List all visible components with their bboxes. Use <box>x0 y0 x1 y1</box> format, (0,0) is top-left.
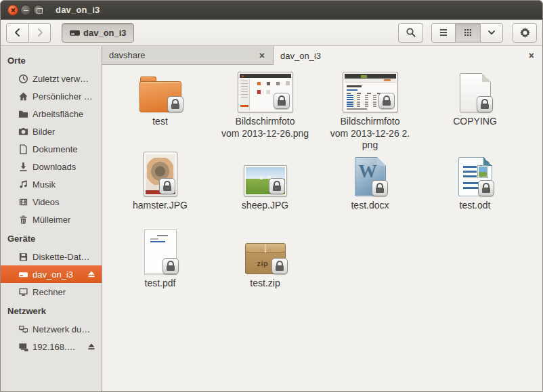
panel: davshare×dav_on_i3× testBildschirmfoto v… <box>102 46 542 391</box>
file-label: test.docx <box>351 200 389 212</box>
camera-icon <box>18 127 28 137</box>
network-icon <box>18 324 28 334</box>
back-button[interactable] <box>6 23 29 43</box>
writer-icon <box>458 157 492 196</box>
maximize-window-button[interactable] <box>33 5 44 16</box>
word-icon: W <box>355 157 386 196</box>
sidebar-item-dokumente[interactable]: Dokumente <box>1 140 102 158</box>
tab-label: davshare <box>109 50 145 60</box>
sidebar-item-m-lleimer[interactable]: Mülleimer <box>1 211 102 228</box>
eject-button[interactable] <box>87 269 102 279</box>
sidebar-item-downloads[interactable]: Downloads <box>1 158 102 175</box>
file-test.zip[interactable]: ziptest.zip <box>213 230 318 290</box>
lock-emblem-icon <box>162 258 179 274</box>
computer-icon <box>18 287 28 297</box>
file-sheep.jpg[interactable]: sheep.JPG <box>213 152 318 212</box>
main-area: OrteZuletzt verw…Persönlicher …Arbeitsfl… <box>1 46 542 391</box>
sidebar-header-ger-te: Geräte <box>1 228 102 248</box>
zip-label: zip <box>257 259 269 267</box>
search-button[interactable] <box>398 23 423 43</box>
sidebar-item-videos[interactable]: Videos <box>1 193 102 211</box>
lock-emblem-icon <box>378 93 395 109</box>
file-label: hamster.JPG <box>133 200 188 212</box>
network-drive-icon <box>18 342 28 352</box>
grid-view-button[interactable] <box>456 23 480 43</box>
forward-button[interactable] <box>29 23 51 43</box>
tab-close-button[interactable]: × <box>527 50 536 61</box>
file-test.odt[interactable]: test.odt <box>422 152 527 212</box>
sidebar-item-label: Bilder <box>32 127 55 137</box>
file-bildschirmfoto-vom-2013-12-26-2.png[interactable]: Bildschirmfoto vom 2013-12-26 2. png <box>318 68 422 152</box>
sidebar-item-rechner[interactable]: Rechner <box>1 283 102 301</box>
file-icon-area <box>144 230 177 274</box>
file-copying[interactable]: COPYING <box>422 68 527 128</box>
sidebar-item-label: Downloads <box>32 162 76 172</box>
sidebar-item-dav_on_i3[interactable]: dav_on_i3 <box>1 265 102 283</box>
photo-sheep-icon <box>244 165 287 196</box>
file-label: test.odt <box>460 200 491 212</box>
sidebar-item-label: Videos <box>32 197 60 207</box>
file-icon-area <box>460 68 491 112</box>
grid-view-icon <box>462 27 473 38</box>
folder-icon <box>139 75 181 112</box>
file-icon-area <box>244 152 287 196</box>
sidebar-item-arbeitsfl-che[interactable]: Arbeitsfläche <box>1 105 102 123</box>
sidebar-item-netzwerk-du[interactable]: Netzwerk du… <box>1 320 102 338</box>
file-icon-area <box>238 68 293 112</box>
file-label: Bildschirmfoto vom 2013-12-26 2. png <box>330 116 410 152</box>
forward-icon <box>35 27 45 38</box>
file-label: sheep.JPG <box>242 200 288 212</box>
titlebar[interactable]: dav_on_i3 <box>1 1 542 20</box>
tab-davshare[interactable]: davshare× <box>102 46 273 64</box>
file-bildschirmfoto-vom-2013-12-26.png[interactable]: Bildschirmfoto vom 2013-12-26.png <box>213 68 318 139</box>
file-test.docx[interactable]: Wtest.docx <box>318 152 422 212</box>
minimize-window-button[interactable] <box>20 5 31 16</box>
sidebar-item-zuletzt-verw[interactable]: Zuletzt verw… <box>1 70 102 87</box>
sidebar-item-label: dav_on_i3 <box>32 269 73 280</box>
chevron-down-icon <box>486 27 497 38</box>
file-manager-window: dav_on_i3 dav_on_i3 <box>0 0 543 392</box>
back-icon <box>12 27 23 38</box>
file-hamster.jpg[interactable]: hamster.JPG <box>108 152 213 212</box>
file-test.pdf[interactable]: test.pdf <box>108 230 213 290</box>
close-window-button[interactable] <box>7 5 18 16</box>
search-icon <box>406 27 416 38</box>
tab-close-button[interactable]: × <box>258 50 266 61</box>
file-label: test <box>152 116 168 128</box>
sidebar-item-192.168.[interactable]: 192.168.… <box>1 338 102 355</box>
eject-button[interactable] <box>87 342 102 351</box>
lock-emblem-icon <box>372 180 388 196</box>
file-icon-area <box>139 68 181 112</box>
file-label: COPYING <box>453 116 497 128</box>
sidebar-item-pers-nlicher[interactable]: Persönlicher … <box>1 87 102 105</box>
file-icon-area <box>343 68 398 112</box>
sidebar-item-label: Zuletzt verw… <box>32 74 89 84</box>
tab-bar: davshare×dav_on_i3× <box>102 46 542 65</box>
view-options-button[interactable] <box>480 23 503 43</box>
view-toggle-group <box>431 23 503 43</box>
file-label: test.zip <box>250 278 280 290</box>
clock-icon <box>18 74 28 84</box>
list-view-button[interactable] <box>431 23 456 43</box>
tab-dav_on_i3[interactable]: dav_on_i3× <box>273 46 542 65</box>
sidebar-item-diskette-dat[interactable]: Diskette-Dat… <box>1 248 102 265</box>
sidebar-item-label: Netzwerk du… <box>32 324 90 334</box>
download-icon <box>18 162 28 172</box>
sidebar-item-label: Diskette-Dat… <box>32 252 90 262</box>
sidebar-item-musik[interactable]: Musik <box>1 175 102 193</box>
sidebar-item-label: Mülleimer <box>32 215 70 225</box>
sidebar-item-label: Musik <box>32 179 56 190</box>
sidebar-item-label: Rechner <box>32 287 66 297</box>
file-icon-area <box>458 152 492 196</box>
sidebar-item-label: 192.168.… <box>32 342 76 352</box>
settings-button[interactable] <box>513 23 537 43</box>
window-title: dav_on_i3 <box>56 5 100 15</box>
file-grid[interactable]: testBildschirmfoto vom 2013-12-26.pngBil… <box>102 65 542 391</box>
photo-hamster-icon <box>144 152 177 196</box>
sidebar-header-netzwerk: Netzwerk <box>1 301 102 320</box>
screenshot-filemanager-icon <box>238 72 293 112</box>
lock-emblem-icon <box>477 96 493 112</box>
path-button[interactable]: dav_on_i3 <box>62 23 134 43</box>
file-test[interactable]: test <box>108 68 213 128</box>
sidebar-item-bilder[interactable]: Bilder <box>1 123 102 140</box>
